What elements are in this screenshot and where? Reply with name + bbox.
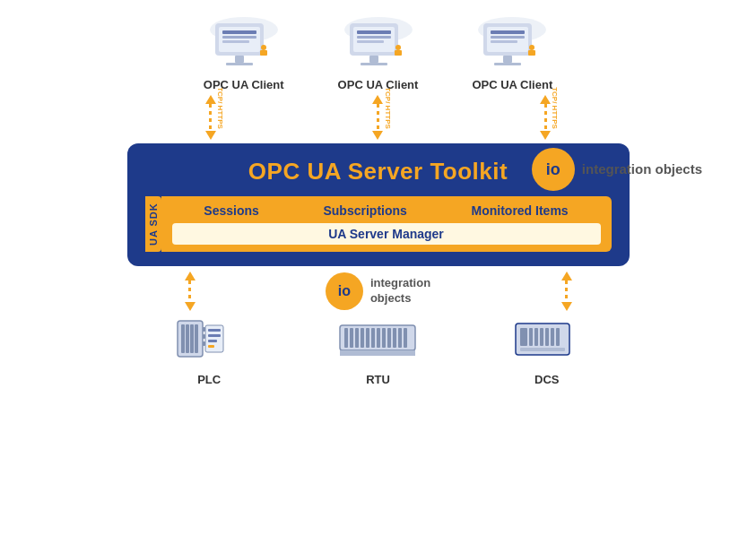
client-item-3: OPC UA Client xyxy=(472,16,552,91)
devices-row: PLC xyxy=(127,316,630,386)
io-logo-text: integration objects xyxy=(582,160,702,178)
clients-row: OPC UA Client OPC UA Client xyxy=(204,16,552,91)
svg-rect-26 xyxy=(503,56,512,63)
svg-rect-52 xyxy=(387,328,391,348)
client-label-1: OPC UA Client xyxy=(204,78,284,91)
svg-rect-33 xyxy=(190,324,194,353)
tcp-arrow-1: TCP/ HTTPS xyxy=(175,95,247,140)
io-logo-icon: io xyxy=(546,160,560,179)
main-content: OPC UA Client OPC UA Client xyxy=(127,9,630,386)
dcs-icon xyxy=(511,316,583,366)
tcp-label-1: TCP/ HTTPS xyxy=(216,87,224,129)
svg-rect-17 xyxy=(361,63,387,65)
io-logo-circle: io xyxy=(532,148,575,191)
svg-rect-4 xyxy=(222,36,256,39)
svg-rect-40 xyxy=(208,334,221,337)
svg-rect-42 xyxy=(208,345,214,348)
sdk-row: UA SDK Sessions Subscriptions Monitored … xyxy=(145,196,612,252)
svg-rect-57 xyxy=(340,350,415,356)
tcp-arrow-2: TCP/ HTTPS xyxy=(342,95,413,140)
svg-point-9 xyxy=(261,45,266,50)
dcs-item: DCS xyxy=(511,316,583,386)
svg-rect-6 xyxy=(235,56,244,63)
ua-manager-row: UA Server Manager xyxy=(172,223,601,245)
subscriptions-label: Subscriptions xyxy=(323,203,406,218)
sdk-items-row: Sessions Subscriptions Monitored Items xyxy=(172,203,601,218)
client-monitor-3 xyxy=(476,16,548,74)
dcs-label: DCS xyxy=(534,373,559,386)
plc-icon xyxy=(173,316,245,366)
bottom-arrow-right xyxy=(504,272,630,311)
client-label-2: OPC UA Client xyxy=(338,78,419,91)
sdk-content: Sessions Subscriptions Monitored Items U… xyxy=(161,196,612,252)
svg-rect-54 xyxy=(398,328,402,348)
svg-rect-25 xyxy=(491,40,517,43)
sdk-label: UA SDK xyxy=(145,196,161,252)
svg-rect-44 xyxy=(344,328,348,348)
svg-rect-34 xyxy=(195,324,198,353)
svg-rect-61 xyxy=(534,328,538,346)
svg-rect-7 xyxy=(226,63,253,65)
svg-rect-49 xyxy=(371,328,375,348)
svg-rect-46 xyxy=(355,328,359,348)
tcp-label-3: TCP/ HTTPS xyxy=(551,87,559,129)
tcp-arrows-row: TCP/ HTTPS TCP/ HTTPS TCP/ HTTPS xyxy=(127,95,630,140)
tcp-label-2: TCP/ HTTPS xyxy=(384,87,392,129)
rtu-icon xyxy=(337,316,418,366)
svg-rect-31 xyxy=(181,324,185,353)
bottom-io-text: integration objects xyxy=(370,276,430,306)
diagram-container: io integration objects xyxy=(0,0,756,535)
svg-rect-28 xyxy=(528,50,535,56)
svg-rect-60 xyxy=(529,328,533,346)
plc-item: PLC xyxy=(173,316,245,386)
svg-rect-65 xyxy=(556,328,560,346)
client-monitor-2 xyxy=(343,16,414,74)
svg-rect-24 xyxy=(491,36,525,39)
svg-rect-39 xyxy=(208,329,221,332)
svg-rect-27 xyxy=(494,63,521,65)
bottom-arrows-logo-row: io integration objects xyxy=(127,272,630,311)
svg-rect-47 xyxy=(361,328,364,348)
svg-rect-3 xyxy=(222,30,256,34)
sessions-label: Sessions xyxy=(204,203,258,218)
svg-rect-23 xyxy=(491,30,525,34)
svg-rect-18 xyxy=(395,50,402,56)
rtu-item: RTU xyxy=(337,316,418,386)
svg-rect-64 xyxy=(551,328,554,346)
svg-rect-59 xyxy=(520,328,527,346)
svg-rect-51 xyxy=(382,328,386,348)
rtu-label: RTU xyxy=(366,373,390,386)
plc-label: PLC xyxy=(197,373,221,386)
svg-point-29 xyxy=(529,45,534,50)
svg-rect-45 xyxy=(350,328,353,348)
svg-rect-16 xyxy=(369,56,378,63)
monitored-items-label: Monitored Items xyxy=(472,203,569,218)
svg-rect-50 xyxy=(377,328,380,348)
bottom-io-circle: io xyxy=(326,272,363,310)
client-monitor-1 xyxy=(208,16,280,74)
svg-rect-48 xyxy=(366,328,369,348)
svg-rect-14 xyxy=(357,36,391,39)
bottom-arrow-left xyxy=(127,272,253,311)
svg-rect-55 xyxy=(404,328,407,348)
svg-rect-15 xyxy=(357,40,384,43)
top-right-logo: io integration objects xyxy=(532,148,702,191)
svg-point-19 xyxy=(395,45,401,50)
ua-manager-label: UA Server Manager xyxy=(172,223,601,245)
svg-rect-8 xyxy=(260,50,267,56)
svg-rect-32 xyxy=(186,324,189,353)
svg-rect-53 xyxy=(393,328,396,348)
svg-rect-5 xyxy=(222,40,249,43)
bottom-io-logo: io integration objects xyxy=(253,272,504,310)
svg-rect-41 xyxy=(208,340,217,342)
svg-rect-66 xyxy=(520,348,565,351)
svg-rect-62 xyxy=(540,328,543,346)
tcp-arrow-3: TCP/ HTTPS xyxy=(509,95,581,140)
client-item-2: OPC UA Client xyxy=(338,16,419,91)
client-label-3: OPC UA Client xyxy=(472,78,552,91)
svg-rect-63 xyxy=(545,328,549,346)
client-item-1: OPC UA Client xyxy=(204,16,284,91)
svg-rect-13 xyxy=(357,30,391,34)
